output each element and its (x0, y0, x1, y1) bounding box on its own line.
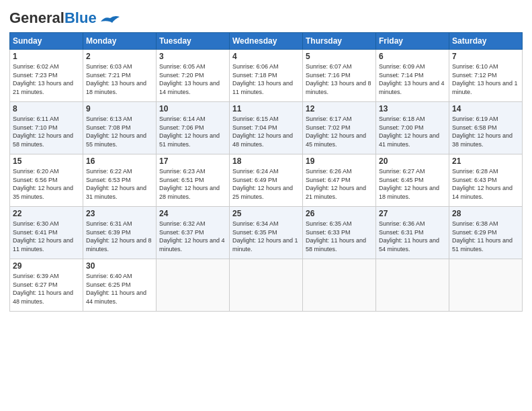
calendar-cell (230, 259, 303, 312)
calendar-cell: 18Sunrise: 6:24 AMSunset: 6:49 PMDayligh… (230, 154, 303, 207)
cell-content: Sunrise: 6:23 AMSunset: 6:51 PMDaylight:… (159, 167, 226, 201)
calendar-cell: 23Sunrise: 6:31 AMSunset: 6:39 PMDayligh… (83, 207, 157, 259)
calendar-cell: 3Sunrise: 6:05 AMSunset: 7:20 PMDaylight… (157, 50, 230, 102)
calendar-cell: 8Sunrise: 6:11 AMSunset: 7:10 PMDaylight… (10, 102, 83, 154)
cell-content: Sunrise: 6:28 AMSunset: 6:43 PMDaylight:… (452, 167, 519, 201)
calendar-cell: 11Sunrise: 6:15 AMSunset: 7:04 PMDayligh… (230, 102, 303, 154)
weekday-header-friday: Friday (376, 33, 449, 50)
cell-content: Sunrise: 6:05 AMSunset: 7:20 PMDaylight:… (159, 62, 226, 96)
cell-content: Sunrise: 6:15 AMSunset: 7:04 PMDaylight:… (232, 115, 300, 148)
cell-content: Sunrise: 6:18 AMSunset: 7:00 PMDaylight:… (379, 115, 446, 148)
calendar-cell: 29Sunrise: 6:39 AMSunset: 6:27 PMDayligh… (10, 259, 83, 312)
calendar-cell: 4Sunrise: 6:06 AMSunset: 7:18 PMDaylight… (230, 50, 303, 102)
calendar-cell (157, 259, 230, 312)
cell-content: Sunrise: 6:14 AMSunset: 7:06 PMDaylight:… (159, 115, 226, 148)
day-number: 18 (232, 156, 300, 166)
cell-content: Sunrise: 6:34 AMSunset: 6:35 PMDaylight:… (232, 220, 300, 253)
calendar-cell (303, 259, 376, 312)
logo: General GeneralBlue (9, 7, 120, 27)
cell-content: Sunrise: 6:02 AMSunset: 7:23 PMDaylight:… (13, 62, 80, 96)
day-number: 20 (379, 156, 446, 166)
day-number: 23 (86, 209, 153, 218)
calendar-cell: 19Sunrise: 6:26 AMSunset: 6:47 PMDayligh… (303, 154, 376, 207)
cell-content: Sunrise: 6:31 AMSunset: 6:39 PMDaylight:… (86, 220, 153, 253)
calendar-cell: 20Sunrise: 6:27 AMSunset: 6:45 PMDayligh… (376, 154, 449, 207)
calendar-cell: 21Sunrise: 6:28 AMSunset: 6:43 PMDayligh… (449, 154, 523, 207)
weekday-header-monday: Monday (83, 33, 157, 50)
cell-content: Sunrise: 6:22 AMSunset: 6:53 PMDaylight:… (86, 167, 153, 201)
calendar-cell: 27Sunrise: 6:36 AMSunset: 6:31 PMDayligh… (376, 207, 449, 259)
calendar-cell: 10Sunrise: 6:14 AMSunset: 7:06 PMDayligh… (157, 102, 230, 154)
weekday-header-saturday: Saturday (449, 33, 523, 50)
day-number: 13 (379, 104, 446, 113)
calendar-cell: 6Sunrise: 6:09 AMSunset: 7:14 PMDaylight… (376, 50, 449, 102)
day-number: 14 (452, 104, 519, 113)
cell-content: Sunrise: 6:17 AMSunset: 7:02 PMDaylight:… (306, 115, 373, 148)
day-number: 3 (159, 52, 226, 61)
cell-content: Sunrise: 6:13 AMSunset: 7:08 PMDaylight:… (86, 115, 153, 148)
calendar-cell: 9Sunrise: 6:13 AMSunset: 7:08 PMDaylight… (83, 102, 157, 154)
day-number: 15 (13, 156, 80, 166)
cell-content: Sunrise: 6:11 AMSunset: 7:10 PMDaylight:… (13, 115, 80, 148)
day-number: 1 (13, 52, 80, 61)
cell-content: Sunrise: 6:10 AMSunset: 7:12 PMDaylight:… (452, 62, 519, 96)
calendar-cell: 16Sunrise: 6:22 AMSunset: 6:53 PMDayligh… (83, 154, 157, 207)
day-number: 16 (86, 156, 153, 166)
day-number: 12 (306, 104, 373, 113)
calendar-cell: 26Sunrise: 6:35 AMSunset: 6:33 PMDayligh… (303, 207, 376, 259)
calendar-cell: 13Sunrise: 6:18 AMSunset: 7:00 PMDayligh… (376, 102, 449, 154)
day-number: 10 (159, 104, 226, 113)
day-number: 6 (379, 52, 446, 61)
calendar-cell: 22Sunrise: 6:30 AMSunset: 6:41 PMDayligh… (10, 207, 83, 259)
weekday-header-sunday: Sunday (10, 33, 83, 50)
bird-icon (101, 15, 120, 26)
cell-content: Sunrise: 6:40 AMSunset: 6:25 PMDaylight:… (86, 272, 153, 306)
day-number: 28 (452, 209, 519, 218)
cell-content: Sunrise: 6:26 AMSunset: 6:47 PMDaylight:… (306, 167, 373, 201)
day-number: 4 (232, 52, 300, 61)
calendar-cell: 12Sunrise: 6:17 AMSunset: 7:02 PMDayligh… (303, 102, 376, 154)
cell-content: Sunrise: 6:30 AMSunset: 6:41 PMDaylight:… (13, 220, 80, 253)
calendar-cell: 7Sunrise: 6:10 AMSunset: 7:12 PMDaylight… (449, 50, 523, 102)
cell-content: Sunrise: 6:27 AMSunset: 6:45 PMDaylight:… (379, 167, 446, 201)
day-number: 30 (86, 261, 153, 271)
day-number: 17 (159, 156, 226, 166)
day-number: 29 (13, 261, 80, 271)
calendar-cell: 2Sunrise: 6:03 AMSunset: 7:21 PMDaylight… (83, 50, 157, 102)
calendar-cell: 15Sunrise: 6:20 AMSunset: 6:56 PMDayligh… (10, 154, 83, 207)
calendar-cell: 1Sunrise: 6:02 AMSunset: 7:23 PMDaylight… (10, 50, 83, 102)
calendar-cell: 30Sunrise: 6:40 AMSunset: 6:25 PMDayligh… (83, 259, 157, 312)
calendar-cell: 5Sunrise: 6:07 AMSunset: 7:16 PMDaylight… (303, 50, 376, 102)
calendar-table: SundayMondayTuesdayWednesdayThursdayFrid… (9, 32, 523, 312)
day-number: 19 (306, 156, 373, 166)
day-number: 22 (13, 209, 80, 218)
day-number: 7 (452, 52, 519, 61)
cell-content: Sunrise: 6:35 AMSunset: 6:33 PMDaylight:… (306, 220, 373, 253)
calendar-cell: 24Sunrise: 6:32 AMSunset: 6:37 PMDayligh… (157, 207, 230, 259)
cell-content: Sunrise: 6:19 AMSunset: 6:58 PMDaylight:… (452, 115, 519, 148)
day-number: 11 (232, 104, 300, 113)
cell-content: Sunrise: 6:32 AMSunset: 6:37 PMDaylight:… (159, 220, 226, 253)
cell-content: Sunrise: 6:20 AMSunset: 6:56 PMDaylight:… (13, 167, 80, 201)
calendar-cell: 28Sunrise: 6:38 AMSunset: 6:29 PMDayligh… (449, 207, 523, 259)
cell-content: Sunrise: 6:07 AMSunset: 7:16 PMDaylight:… (306, 62, 373, 96)
day-number: 27 (379, 209, 446, 218)
day-number: 21 (452, 156, 519, 166)
cell-content: Sunrise: 6:03 AMSunset: 7:21 PMDaylight:… (86, 62, 153, 96)
day-number: 25 (232, 209, 300, 218)
cell-content: Sunrise: 6:36 AMSunset: 6:31 PMDaylight:… (379, 220, 446, 253)
day-number: 5 (306, 52, 373, 61)
cell-content: Sunrise: 6:24 AMSunset: 6:49 PMDaylight:… (232, 167, 300, 201)
calendar-cell: 17Sunrise: 6:23 AMSunset: 6:51 PMDayligh… (157, 154, 230, 207)
day-number: 9 (86, 104, 153, 113)
cell-content: Sunrise: 6:06 AMSunset: 7:18 PMDaylight:… (232, 62, 300, 96)
cell-content: Sunrise: 6:39 AMSunset: 6:27 PMDaylight:… (13, 272, 80, 306)
page-header: General GeneralBlue (9, 7, 523, 27)
calendar-cell: 25Sunrise: 6:34 AMSunset: 6:35 PMDayligh… (230, 207, 303, 259)
cell-content: Sunrise: 6:09 AMSunset: 7:14 PMDaylight:… (379, 62, 446, 96)
weekday-header-wednesday: Wednesday (230, 33, 303, 50)
day-number: 8 (13, 104, 80, 113)
day-number: 24 (159, 209, 226, 218)
weekday-header-thursday: Thursday (303, 33, 376, 50)
day-number: 26 (306, 209, 373, 218)
